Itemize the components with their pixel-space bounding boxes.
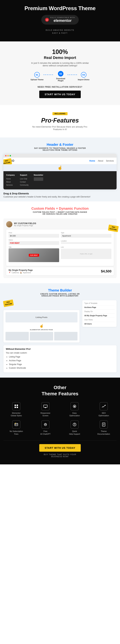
tb-panel-value-6: All Users bbox=[84, 323, 92, 325]
cf-title-label: Title bbox=[8, 246, 59, 248]
svg-rect-5 bbox=[45, 407, 46, 408]
cf-title: Custom Fields + Dynamic Function bbox=[3, 206, 117, 210]
other-features-title: Other Theme Features bbox=[3, 384, 117, 397]
tb-panel-label-5: User Roles bbox=[84, 319, 93, 321]
bottom-cta-button[interactable]: START WITH US TODAY bbox=[39, 444, 81, 452]
cf-link-col: Link Paste URL or type bbox=[61, 246, 112, 264]
cf-location-pin: 📍 bbox=[8, 272, 11, 274]
step-line-1 bbox=[44, 74, 54, 75]
tb-right-panel: Type of Template Archives Page Display O… bbox=[82, 300, 117, 327]
cf-card-meta: 📍 California 🏠 Apartment bbox=[8, 272, 33, 274]
hf-title: Header & Footer bbox=[3, 143, 117, 146]
pro-features-intro: INCLUDING Pro·Features No need Elementor… bbox=[0, 105, 120, 138]
browser-dot-yellow bbox=[7, 155, 9, 156]
svg-point-15 bbox=[74, 426, 75, 426]
without-pro-item-2: Archive Page bbox=[9, 359, 114, 363]
step-3: 03 Import Demo bbox=[78, 72, 90, 80]
feature-item-7-label: Theme Documentation bbox=[97, 430, 110, 435]
tb-grid-1 bbox=[5, 332, 29, 340]
step-1-label: Upload Theme bbox=[30, 78, 44, 80]
nav-mockup: LOGO Home About Services bbox=[3, 158, 117, 164]
svg-rect-3 bbox=[17, 407, 18, 408]
header-footer-section: Header & Footer SAY GOODBYE TO TRADITION… bbox=[0, 138, 120, 202]
footer-col-company-title: Company bbox=[6, 174, 15, 176]
step-line-2 bbox=[68, 74, 78, 75]
tb-cursor-icon: ☝ bbox=[39, 324, 44, 328]
feature-item-1-label: Responsive Screen bbox=[40, 412, 50, 417]
footer-col-support-links: Live ChatContactCommunity bbox=[20, 177, 29, 187]
tb-pro-badge: PROFEATURE bbox=[3, 300, 14, 307]
cf-row-2: Status FOR RENT Location bbox=[8, 239, 112, 245]
hf-drag-desc: Customize your website's header & footer… bbox=[3, 196, 117, 198]
footer-mockup: Company HomeAboutServices Support Live C… bbox=[3, 171, 117, 190]
tb-listing-mock: Listing Posts bbox=[5, 312, 78, 322]
cf-avatar bbox=[6, 221, 12, 228]
feature-item-0-label: Elementor Global Styles bbox=[11, 412, 22, 417]
cta-sub: BUY THEME THAT SUITS YOUR BUSINESS NOW! bbox=[3, 454, 117, 458]
including-badge: INCLUDING bbox=[52, 112, 68, 115]
pro-features-prefix: Pro· bbox=[41, 117, 53, 124]
demo-pct: 100% bbox=[3, 48, 117, 56]
svg-rect-0 bbox=[14, 404, 16, 406]
cf-page-label: My Single Property Page bbox=[14, 225, 36, 226]
tb-panel-label-3: Display On bbox=[84, 310, 93, 312]
newsletter-input-mock bbox=[34, 177, 43, 181]
without-pro-desc: You can create custom: bbox=[6, 352, 114, 354]
cf-price-input: $4,500 bbox=[8, 234, 59, 238]
cf-location-value: California bbox=[12, 272, 19, 274]
without-pro-list: Listing Page Archive Page Singular Page … bbox=[6, 355, 114, 370]
help-support-icon bbox=[70, 420, 79, 429]
svg-rect-1 bbox=[14, 407, 16, 408]
without-pro-title: Without Elementor Pro! bbox=[6, 348, 114, 350]
tb-panel-value-4: All My Single Property Page bbox=[84, 315, 107, 316]
theme-builder-section: Theme Builder CREATE CUSTOM ARCHIVE, LIS… bbox=[0, 283, 120, 378]
hf-sub-label: SAY GOODBYE TO TRADITIONAL HEADER & FOOT… bbox=[3, 147, 117, 151]
badge-name: elementor bbox=[53, 18, 72, 23]
feature-item-2-label: Easy Optimization bbox=[69, 412, 80, 417]
for-rent-badge: FOR RENT bbox=[29, 254, 39, 256]
cf-form: Price $4,500 Type Apartment Status FOR R… bbox=[6, 230, 114, 266]
hf-drag-title: Drag & Drop Elements bbox=[3, 192, 117, 195]
svg-rect-4 bbox=[44, 405, 47, 407]
feature-item-1: Responsive Screen bbox=[33, 402, 58, 417]
tb-listing-label: Listing Posts bbox=[35, 316, 47, 318]
cf-header: MY CUSTOM FIELDS My Single Property Page bbox=[6, 221, 114, 228]
cf-sub-label: CUSTOM FIELDS POST + INSERT CUSTOM DATA … bbox=[3, 211, 117, 215]
custom-fields-section: Custom Fields + Dynamic Function CUSTOM … bbox=[0, 202, 120, 283]
steps-row: 01 Upload Theme 02 Download Plugin 03 Im… bbox=[3, 71, 117, 82]
cf-link-label: Link bbox=[61, 246, 112, 248]
ai-chatgpt-icon bbox=[41, 420, 50, 429]
tb-archive-label: ELEMENTOR ARCHIVE PAGE bbox=[5, 329, 78, 330]
feature-item-3: SEO Optimisation bbox=[91, 402, 117, 417]
responsive-screen-icon bbox=[41, 402, 50, 410]
start-cta-button[interactable]: START WITH US TODAY bbox=[39, 90, 81, 98]
step-2: 02 Download Plugin bbox=[54, 71, 68, 82]
cf-title-col: Title FOR RENT bbox=[8, 246, 59, 264]
cf-price-label: Price bbox=[8, 232, 59, 234]
browser-dot-red bbox=[5, 155, 6, 156]
browser-bar bbox=[3, 154, 117, 158]
svg-rect-2 bbox=[17, 404, 18, 406]
cf-link-mock: Paste URL or type bbox=[61, 249, 112, 259]
browser-dot-green bbox=[9, 155, 11, 156]
feature-item-4: ✗ No Subscription Fees bbox=[3, 420, 29, 435]
nav-services: Services bbox=[106, 160, 114, 162]
tb-title: Theme Builder bbox=[3, 288, 117, 292]
tb-cursor: ☝ bbox=[5, 324, 78, 328]
easy-optimization-icon bbox=[70, 402, 79, 410]
cf-image-mock: FOR RENT bbox=[8, 248, 59, 262]
cf-price-card: My Single Property Page 📍 California 🏠 A… bbox=[6, 267, 114, 275]
nav-links: Home About Services bbox=[89, 160, 114, 162]
feature-item-6-label: Quick Help Support bbox=[69, 430, 80, 435]
hero-section: Premium WordPress Theme e FULLY COMPATIB… bbox=[0, 0, 120, 42]
tb-panel-row-3: Display On bbox=[84, 310, 115, 314]
hf-browser-mockup: PROFEATURE LOGO Home About Services ☝ Co… bbox=[3, 154, 117, 190]
feature-item-4-label: No Subscription Fees bbox=[9, 430, 23, 435]
cf-card-page-label: My Single Property Page bbox=[8, 269, 33, 272]
other-features-section: Other Theme Features Elementor Global St… bbox=[0, 378, 120, 464]
pro-features-sub: No need Elementor Pro! Because there are… bbox=[31, 126, 89, 130]
demo-section: 100% Real Demo Import In just 5 minutes … bbox=[0, 42, 120, 105]
without-pro-item-3: Singular Page bbox=[9, 363, 114, 366]
tb-mockup: Listing Posts ☝ ELEMENTOR ARCHIVE PAGE bbox=[3, 310, 80, 342]
feature-item-7: Theme Documentation bbox=[91, 420, 117, 435]
